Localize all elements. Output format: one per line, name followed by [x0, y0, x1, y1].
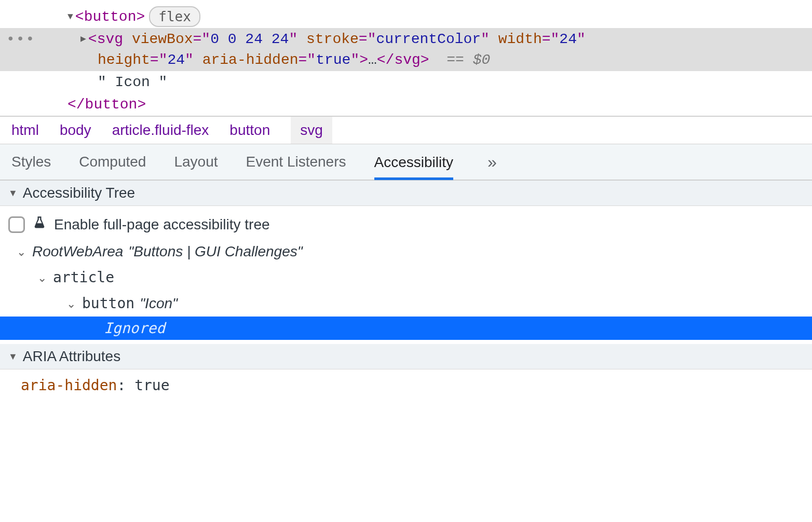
- breadcrumb-html[interactable]: html: [11, 122, 39, 139]
- section-title: Accessibility Tree: [23, 185, 135, 201]
- section-title: ARIA Attributes: [23, 348, 120, 365]
- acc-node-button[interactable]: ⌄ button "Icon": [0, 291, 812, 317]
- flex-badge[interactable]: flex: [149, 6, 200, 27]
- sidebar-tabstrip: Styles Computed Layout Event Listeners A…: [0, 144, 812, 181]
- breadcrumb-button[interactable]: button: [229, 122, 270, 139]
- breadcrumb-body[interactable]: body: [60, 122, 91, 139]
- tab-computed[interactable]: Computed: [79, 144, 146, 180]
- aria-attr-name: aria-hidden: [21, 377, 117, 394]
- chevron-down-icon: ⌄: [66, 295, 77, 312]
- breadcrumb: html body article.fluid-flex button svg: [0, 116, 812, 144]
- tab-overflow-icon[interactable]: »: [488, 153, 497, 172]
- chevron-down-icon: ⌄: [17, 243, 27, 260]
- section-header-acc-tree[interactable]: ▼ Accessibility Tree: [0, 181, 812, 206]
- tab-event-listeners[interactable]: Event Listeners: [246, 144, 346, 180]
- dom-line-text[interactable]: " Icon ": [0, 71, 812, 93]
- enable-full-page-checkbox[interactable]: [8, 216, 25, 233]
- chevron-right-icon[interactable]: [80, 33, 86, 46]
- dom-line-svg[interactable]: •••<svg viewBox="0 0 24 24" stroke="curr…: [0, 28, 812, 71]
- chevron-down-icon: ⌄: [37, 269, 48, 286]
- chevron-down-icon: ▼: [8, 188, 18, 199]
- aria-attributes-body: aria-hidden: true: [0, 369, 812, 401]
- chevron-down-icon: ▼: [8, 351, 18, 362]
- tab-styles[interactable]: Styles: [11, 144, 51, 180]
- dom-line-button-open[interactable]: <button>flex: [0, 5, 812, 28]
- acc-node-root[interactable]: ⌄ RootWebArea "Buttons | GUI Challenges": [0, 239, 812, 265]
- section-header-aria[interactable]: ▼ ARIA Attributes: [0, 344, 812, 369]
- chevron-down-icon[interactable]: [67, 10, 73, 23]
- tab-accessibility[interactable]: Accessibility: [374, 145, 453, 180]
- dom-line-button-close[interactable]: </button>: [0, 93, 812, 116]
- aria-attr-value: true: [134, 377, 169, 394]
- acc-node-ignored[interactable]: Ignored: [0, 317, 812, 340]
- breadcrumb-svg[interactable]: svg: [291, 117, 332, 144]
- gutter-menu-icon[interactable]: •••: [0, 29, 31, 49]
- enable-full-page-label: Enable full-page accessibility tree: [54, 216, 270, 233]
- acc-node-article[interactable]: ⌄ article: [0, 265, 812, 291]
- flask-icon: [32, 215, 47, 233]
- tab-layout[interactable]: Layout: [174, 144, 218, 180]
- dom-tree-panel: <button>flex •••<svg viewBox="0 0 24 24"…: [0, 0, 812, 116]
- breadcrumb-article[interactable]: article.fluid-flex: [112, 122, 209, 139]
- acc-enable-row: Enable full-page accessibility tree: [0, 210, 812, 239]
